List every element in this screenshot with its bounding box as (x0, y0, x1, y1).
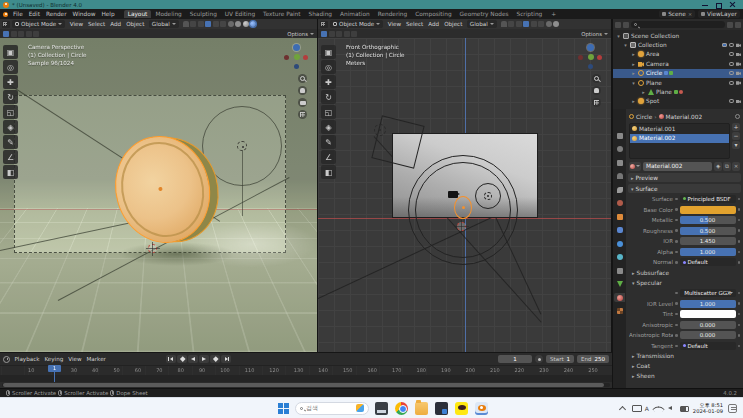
animate-dot[interactable] (738, 251, 741, 254)
scrollbar-thumb[interactable] (3, 383, 604, 387)
display-mode-icon[interactable] (623, 22, 629, 28)
app-menu-item[interactable]: Render (43, 11, 70, 17)
camera-object-icon[interactable] (448, 191, 458, 198)
header-toggle-icon[interactable] (531, 21, 537, 27)
toolbar-tool-button[interactable] (321, 135, 336, 149)
workspace-tab[interactable]: Modeling (151, 10, 185, 18)
property-control[interactable]: Principled BSDF (680, 195, 736, 203)
toolbar-tool-button[interactable] (3, 150, 18, 164)
viewport-mode-icon[interactable] (3, 31, 9, 37)
property-control[interactable]: 1.000 (680, 300, 736, 308)
timeline-editor-icon[interactable] (3, 356, 10, 363)
axis-z-handle[interactable] (293, 44, 300, 51)
material-name-field[interactable]: Material.002 (643, 162, 712, 171)
add-workspace-button[interactable]: + (548, 11, 559, 17)
preview-section-header[interactable]: ▸ Preview (628, 173, 741, 182)
expand-caret-icon[interactable]: ▸ (631, 98, 636, 104)
outliner-row[interactable]: ▾ Plane (613, 78, 743, 87)
render-visibility-icon[interactable] (736, 43, 741, 47)
property-control[interactable]: 0.500 (680, 216, 736, 224)
camera-view-icon[interactable] (298, 98, 307, 107)
header-toggle-icon[interactable] (213, 21, 219, 27)
windows-start-button[interactable] (278, 403, 289, 414)
animate-dot[interactable] (738, 261, 741, 264)
header-toggle-icon[interactable] (250, 21, 256, 27)
visibility-toggles[interactable] (729, 81, 741, 85)
perspective-toggle-icon[interactable] (298, 110, 307, 119)
taskbar-search-input[interactable]: 검색 (295, 402, 369, 415)
toolbar-tool-button[interactable] (3, 45, 18, 59)
zoom-icon[interactable] (298, 74, 307, 83)
animate-dot[interactable] (738, 198, 741, 201)
display-tray-icon[interactable] (632, 404, 640, 412)
animate-dot[interactable] (738, 219, 741, 222)
blender-logo-icon[interactable] (3, 12, 8, 17)
eye-icon[interactable] (729, 71, 734, 75)
property-tab-icon[interactable] (614, 293, 625, 302)
viewport-menu-item[interactable]: Object (124, 21, 147, 27)
header-toggle-icon[interactable] (235, 21, 241, 27)
toolbar-tool-button[interactable] (321, 165, 336, 179)
ime-indicator[interactable]: A (645, 405, 649, 412)
property-control[interactable]: 1.000 (680, 248, 736, 256)
animate-dot[interactable] (738, 208, 741, 211)
scene-selector[interactable]: Scene × (659, 10, 695, 18)
toolbar-tool-button[interactable] (3, 165, 18, 179)
toolbar-tool-button[interactable] (321, 45, 336, 59)
toolbar-tool-button[interactable] (3, 105, 18, 119)
taskbar-app-icon[interactable] (455, 402, 468, 415)
minimize-button[interactable] (702, 2, 708, 8)
outliner-row[interactable]: ▸ Circle (613, 69, 743, 78)
material-slot[interactable]: Material.001 (630, 124, 729, 134)
property-tab-icon[interactable] (614, 158, 625, 167)
visibility-toggles[interactable] (722, 43, 741, 47)
surface-section-header[interactable]: ▾ Surface (628, 184, 741, 193)
unlink-scene-icon[interactable]: × (688, 11, 692, 17)
app-menu-item[interactable]: Window (70, 11, 99, 17)
start-frame-field[interactable]: Start1 (546, 355, 574, 363)
render-visibility-icon[interactable] (736, 81, 741, 85)
viewport-canvas-3d[interactable]: Front Orthographic (1) Collection | Circ… (318, 38, 611, 352)
header-toggle-icon[interactable] (553, 21, 559, 27)
transport-button[interactable] (210, 355, 220, 363)
pan-hand-icon[interactable] (298, 86, 307, 95)
outliner-editor-icon[interactable] (615, 22, 621, 28)
viewport-mode-icon[interactable] (344, 31, 350, 37)
header-toggle-icon[interactable] (243, 21, 249, 27)
axis-x-handle[interactable] (597, 55, 602, 60)
timeline-channel-area[interactable] (0, 375, 612, 382)
axis-y-handle[interactable] (294, 54, 300, 60)
header-toggle-icon[interactable] (516, 21, 522, 27)
property-control[interactable]: 0.500 (680, 227, 736, 235)
maximize-button[interactable] (716, 2, 722, 8)
toolbar-tool-button[interactable] (3, 90, 18, 104)
timeline-menu-item[interactable]: View (66, 356, 84, 362)
hidden-icons-chevron[interactable] (619, 404, 627, 412)
transport-button[interactable] (177, 355, 187, 363)
collapsed-section[interactable]: ▸ Transmission (632, 352, 743, 361)
toolbar-tool-button[interactable] (3, 120, 18, 134)
breadcrumb-object[interactable]: Circle (636, 114, 652, 120)
new-material-icon[interactable]: ⧉ (723, 162, 731, 171)
property-tab-icon[interactable] (614, 199, 625, 208)
expand-caret-icon[interactable]: ▸ (631, 51, 636, 57)
auto-keyframe-icon[interactable] (535, 355, 543, 363)
perspective-toggle-icon[interactable] (592, 98, 601, 107)
browse-material-button[interactable] (629, 162, 641, 171)
mode-dropdown[interactable]: Object Mode (12, 20, 65, 28)
header-toggle-icon[interactable] (228, 21, 234, 27)
remove-slot-button[interactable]: − (732, 132, 740, 140)
orientation-dropdown[interactable]: Global (149, 20, 179, 28)
property-tab-icon[interactable] (614, 266, 625, 275)
render-visibility-icon[interactable] (736, 99, 741, 103)
header-toggle-icon[interactable] (501, 21, 507, 27)
timeline-ruler[interactable]: 1020304050607080901001101201301401501601… (0, 365, 612, 375)
viewport-menu-item[interactable]: Select (86, 21, 108, 27)
animate-dot[interactable] (738, 345, 741, 348)
outliner-row[interactable]: ▸ Spot (613, 97, 743, 106)
header-toggle-icon[interactable] (538, 21, 544, 27)
toolbar-tool-button[interactable] (321, 90, 336, 104)
collapsed-section[interactable]: ▸ Sheen (632, 372, 743, 381)
render-visibility-icon[interactable] (736, 62, 741, 66)
visibility-toggles[interactable] (729, 62, 741, 66)
